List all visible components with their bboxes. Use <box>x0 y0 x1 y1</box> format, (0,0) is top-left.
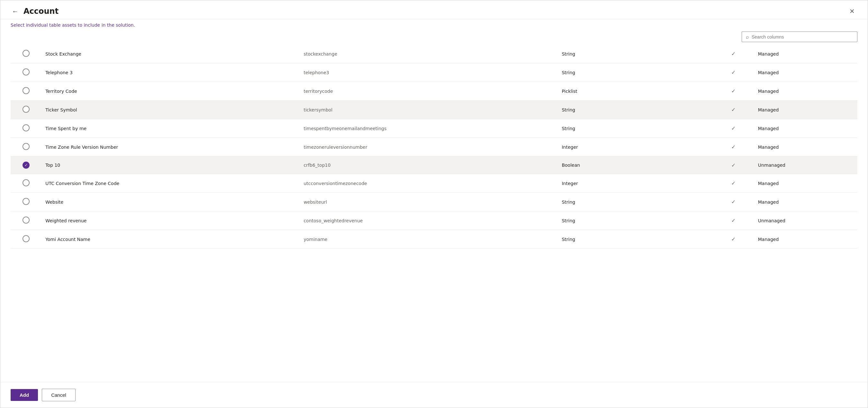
row-check-indicator: ✓ <box>713 45 754 63</box>
check-indicator-icon: ✓ <box>732 217 736 224</box>
row-type: String <box>558 230 713 249</box>
row-checkbox[interactable] <box>23 235 30 242</box>
table-row[interactable]: UTC Conversion Time Zone Codeutcconversi… <box>10 174 858 193</box>
row-logical-name: contoso_weightedrevenue <box>300 211 558 230</box>
row-display-name: Yomi Account Name <box>41 230 300 249</box>
table-row[interactable]: Time Spent by metimespentbymeonemailandm… <box>10 119 858 138</box>
subtitle: Select individual table assets to includ… <box>0 19 868 32</box>
row-check-indicator: ✓ <box>713 157 754 174</box>
table-row[interactable]: Time Zone Rule Version Numbertimezonerul… <box>10 138 858 157</box>
row-checkbox-cell <box>10 193 41 211</box>
row-checkbox[interactable] <box>23 198 30 205</box>
row-display-name: Top 10 <box>41 157 300 174</box>
search-box-container: ⌕ <box>742 32 858 42</box>
row-checkbox-cell <box>10 138 41 157</box>
row-managed-status: Managed <box>754 45 858 63</box>
row-checkbox[interactable] <box>23 216 30 224</box>
row-checkbox[interactable] <box>23 87 30 94</box>
row-check-indicator: ✓ <box>713 193 754 211</box>
subtitle-rest: to include in the solution. <box>76 23 135 28</box>
row-type: Boolean <box>558 157 713 174</box>
row-logical-name: crfb6_top10 <box>300 157 558 174</box>
row-check-indicator: ✓ <box>713 211 754 230</box>
row-checkbox[interactable] <box>23 124 30 131</box>
row-checkbox-cell <box>10 119 41 138</box>
row-logical-name: utcconversiontimezonecode <box>300 174 558 193</box>
row-logical-name: stockexchange <box>300 45 558 63</box>
row-logical-name: timezoneruleversionnumber <box>300 138 558 157</box>
table-container: Stock ExchangestockexchangeString✓Manage… <box>0 45 868 382</box>
row-checkbox[interactable] <box>23 68 30 75</box>
search-row: ⌕ <box>0 32 868 45</box>
subtitle-static: Select <box>10 23 26 28</box>
back-button[interactable]: ← <box>10 6 20 16</box>
page-title: Account <box>24 7 59 16</box>
row-type: String <box>558 45 713 63</box>
row-logical-name: tickersymbol <box>300 101 558 119</box>
search-icon: ⌕ <box>746 34 749 40</box>
row-managed-status: Managed <box>754 138 858 157</box>
row-checkbox[interactable] <box>23 106 30 113</box>
row-check-indicator: ✓ <box>713 82 754 101</box>
check-indicator-icon: ✓ <box>732 125 736 131</box>
row-check-indicator: ✓ <box>713 230 754 249</box>
table-row[interactable]: Telephone 3telephone3String✓Managed <box>10 63 858 82</box>
row-managed-status: Managed <box>754 63 858 82</box>
row-logical-name: territorycode <box>300 82 558 101</box>
row-managed-status: Managed <box>754 193 858 211</box>
header-left: ← Account <box>10 6 59 16</box>
row-display-name: Time Spent by me <box>41 119 300 138</box>
table-row[interactable]: Territory CodeterritorycodePicklist✓Mana… <box>10 82 858 101</box>
check-indicator-icon: ✓ <box>732 180 736 186</box>
row-type: Picklist <box>558 82 713 101</box>
row-display-name: Territory Code <box>41 82 300 101</box>
close-button[interactable]: ✕ <box>847 6 858 16</box>
columns-table: Stock ExchangestockexchangeString✓Manage… <box>10 45 858 249</box>
dialog-footer: Add Cancel <box>0 382 868 408</box>
row-managed-status: Managed <box>754 101 858 119</box>
check-indicator-icon: ✓ <box>732 199 736 205</box>
row-logical-name: telephone3 <box>300 63 558 82</box>
back-icon: ← <box>12 8 18 15</box>
row-managed-status: Managed <box>754 119 858 138</box>
row-check-indicator: ✓ <box>713 119 754 138</box>
row-checkbox[interactable] <box>23 179 30 186</box>
row-checkbox-cell <box>10 82 41 101</box>
table-row[interactable]: WebsitewebsiteurlString✓Managed <box>10 193 858 211</box>
check-indicator-icon: ✓ <box>732 88 736 94</box>
row-type: String <box>558 119 713 138</box>
cancel-button[interactable]: Cancel <box>42 389 75 401</box>
row-check-indicator: ✓ <box>713 174 754 193</box>
dialog-header: ← Account ✕ <box>0 0 868 19</box>
check-indicator-icon: ✓ <box>732 162 736 168</box>
row-type: String <box>558 101 713 119</box>
check-indicator-icon: ✓ <box>732 51 736 57</box>
add-button[interactable]: Add <box>10 389 38 401</box>
row-display-name: Website <box>41 193 300 211</box>
table-row[interactable]: ✓Top 10crfb6_top10Boolean✓Unmanaged <box>10 157 858 174</box>
subtitle-link: individual table assets <box>26 23 76 28</box>
row-checkbox-cell <box>10 101 41 119</box>
table-row[interactable]: Ticker SymboltickersymbolString✓Managed <box>10 101 858 119</box>
row-checkbox[interactable] <box>23 50 30 57</box>
row-type: Integer <box>558 174 713 193</box>
row-check-indicator: ✓ <box>713 101 754 119</box>
table-row[interactable]: Weighted revenuecontoso_weightedrevenueS… <box>10 211 858 230</box>
table-row[interactable]: Yomi Account NameyominameString✓Managed <box>10 230 858 249</box>
row-type: String <box>558 63 713 82</box>
row-logical-name: yominame <box>300 230 558 249</box>
check-indicator-icon: ✓ <box>732 236 736 242</box>
row-checkbox-cell <box>10 63 41 82</box>
row-display-name: Ticker Symbol <box>41 101 300 119</box>
table-row[interactable]: Stock ExchangestockexchangeString✓Manage… <box>10 45 858 63</box>
row-logical-name: websiteurl <box>300 193 558 211</box>
check-indicator-icon: ✓ <box>732 144 736 150</box>
row-checkbox-cell <box>10 174 41 193</box>
row-checkbox[interactable] <box>23 143 30 150</box>
row-checkbox[interactable]: ✓ <box>23 162 30 169</box>
search-input[interactable] <box>752 34 853 39</box>
row-type: String <box>558 193 713 211</box>
row-display-name: Time Zone Rule Version Number <box>41 138 300 157</box>
check-indicator-icon: ✓ <box>732 69 736 75</box>
check-indicator-icon: ✓ <box>732 107 736 113</box>
